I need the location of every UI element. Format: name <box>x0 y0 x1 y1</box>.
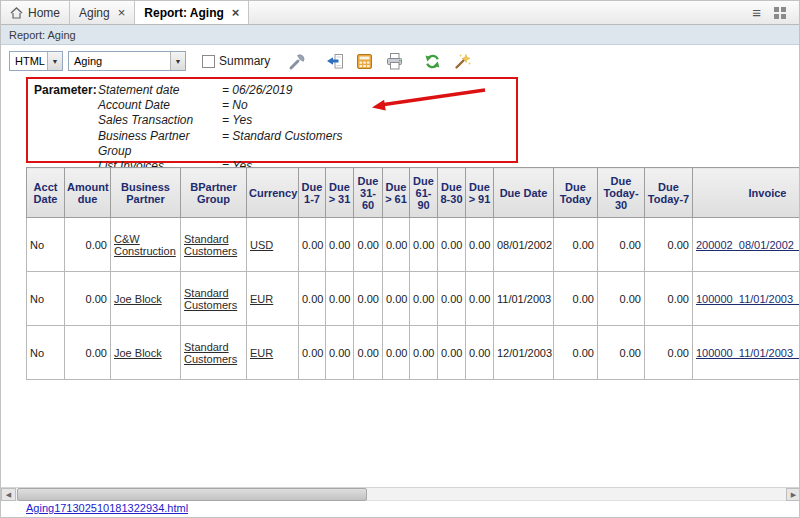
column-header-due_8_30: Due 8-30 <box>438 168 466 218</box>
column-header-due_1_7: Due 1-7 <box>299 168 326 218</box>
cell-due_gt_61: 0.00 <box>383 326 410 380</box>
scroll-right-arrow-icon[interactable]: ▶ <box>786 488 800 501</box>
parameter-title: Parameter: <box>34 83 98 98</box>
cell-due_date: 08/01/2002 <box>494 218 554 272</box>
cell-due_gt_31: 0.00 <box>326 218 354 272</box>
parameter-name: Statement date <box>98 83 222 98</box>
currency-link[interactable]: USD <box>250 239 273 251</box>
column-header-invoice: Invoice <box>693 168 800 218</box>
invoice-link[interactable]: 200002_08/01/2002_161 <box>696 239 800 251</box>
summary-checkbox[interactable] <box>202 55 215 68</box>
refresh-icon <box>423 52 442 71</box>
bpartner_group-link[interactable]: Standard Customers <box>184 287 237 311</box>
column-header-due_gt_61: Due > 61 <box>383 168 410 218</box>
print-button[interactable] <box>382 50 406 72</box>
cell-acct_date: No <box>27 326 65 380</box>
tab-label: Aging <box>79 6 110 20</box>
cell-currency: EUR <box>247 272 299 326</box>
cell-bpartner_group: Standard Customers <box>181 218 247 272</box>
cell-due_gt_61: 0.00 <box>383 272 410 326</box>
tab-bar: Home Aging × Report: Aging × ≡ <box>1 1 799 25</box>
column-header-bpartner_group: BPartner Group <box>181 168 247 218</box>
horizontal-scrollbar[interactable]: ◀ ▶ <box>1 487 800 501</box>
menu-icon[interactable]: ≡ <box>752 5 761 20</box>
column-header-currency: Currency <box>247 168 299 218</box>
desktop-grid-icon[interactable] <box>773 6 787 20</box>
wizard-button[interactable] <box>450 50 474 72</box>
invoice-link[interactable]: 100000_11/01/2003_228 <box>696 293 800 305</box>
cell-due_today_30: 0.00 <box>598 326 645 380</box>
parameter-box: Parameter: Statement date = 06/26/2019 A… <box>26 77 518 163</box>
cell-due_date: 11/01/2003 <box>494 272 554 326</box>
parameter-name: Sales Transaction <box>98 113 222 128</box>
parameter-row: Business Partner Group = Standard Custom… <box>34 129 516 159</box>
cell-due_today_7: 0.00 <box>645 272 693 326</box>
chevron-down-icon: ▼ <box>47 52 62 70</box>
close-icon[interactable]: × <box>118 6 126 19</box>
cell-acct_date: No <box>27 218 65 272</box>
column-header-due_today_7: Due Today-7 <box>645 168 693 218</box>
report-file-link[interactable]: Aging171302510181322934.html <box>26 502 188 514</box>
tab-aging[interactable]: Aging × <box>70 1 135 24</box>
format-select[interactable]: HTML ▼ <box>9 51 63 71</box>
refresh-button[interactable] <box>420 50 444 72</box>
parameter-name: Business Partner Group <box>98 129 222 159</box>
column-header-due_gt_91: Due > 91 <box>466 168 494 218</box>
column-header-due_today: Due Today <box>554 168 598 218</box>
cell-due_gt_91: 0.00 <box>466 272 494 326</box>
cell-invoice: 200002_08/01/2002_161 <box>693 218 800 272</box>
scroll-left-arrow-icon[interactable]: ◀ <box>1 488 16 501</box>
parameter-row: Sales Transaction = Yes <box>34 113 516 128</box>
export-button[interactable] <box>322 50 346 72</box>
report-table-container: Acct DateAmount dueBusiness PartnerBPart… <box>26 167 800 380</box>
cell-amount_due: 0.00 <box>65 218 111 272</box>
currency-link[interactable]: EUR <box>250 347 273 359</box>
invoice-link[interactable]: 100000_11/01/2003_228 <box>696 347 800 359</box>
close-icon[interactable]: × <box>232 6 240 19</box>
archive-icon <box>355 52 374 71</box>
cell-amount_due: 0.00 <box>65 326 111 380</box>
print-icon <box>385 52 404 71</box>
parameter-value: = Yes <box>222 113 252 128</box>
currency-link[interactable]: EUR <box>250 293 273 305</box>
aging-report-table: Acct DateAmount dueBusiness PartnerBPart… <box>26 167 800 380</box>
cell-due_31_60: 0.00 <box>354 272 383 326</box>
business_partner-link[interactable]: C&W Construction <box>114 233 176 257</box>
cell-due_61_90: 0.00 <box>410 218 438 272</box>
column-header-due_gt_31: Due > 31 <box>326 168 354 218</box>
summary-label: Summary <box>219 54 270 68</box>
cell-due_8_30: 0.00 <box>438 272 466 326</box>
cell-business_partner: Joe Block <box>111 272 181 326</box>
cell-business_partner: Joe Block <box>111 326 181 380</box>
cell-due_gt_61: 0.00 <box>383 218 410 272</box>
cell-due_gt_91: 0.00 <box>466 218 494 272</box>
parameter-value: = 06/26/2019 <box>222 83 292 98</box>
cell-due_1_7: 0.00 <box>299 272 326 326</box>
report-select[interactable]: Aging ▼ <box>68 51 186 71</box>
parameter-value: = No <box>222 98 248 113</box>
bpartner_group-link[interactable]: Standard Customers <box>184 233 237 257</box>
tab-report-aging[interactable]: Report: Aging × <box>135 1 249 24</box>
bpartner_group-link[interactable]: Standard Customers <box>184 341 237 365</box>
business_partner-link[interactable]: Joe Block <box>114 293 162 305</box>
scrollbar-thumb[interactable] <box>17 488 367 501</box>
archive-button[interactable] <box>352 50 376 72</box>
cell-due_8_30: 0.00 <box>438 326 466 380</box>
cell-due_gt_31: 0.00 <box>326 326 354 380</box>
cell-currency: EUR <box>247 326 299 380</box>
business_partner-link[interactable]: Joe Block <box>114 347 162 359</box>
column-header-due_31_60: Due 31-60 <box>354 168 383 218</box>
cell-due_today_7: 0.00 <box>645 218 693 272</box>
app-window: Home Aging × Report: Aging × ≡ Report: A… <box>0 0 800 518</box>
toolbar-icons <box>284 50 480 72</box>
customize-button[interactable] <box>284 50 308 72</box>
export-icon <box>325 52 344 71</box>
tab-home[interactable]: Home <box>1 1 70 24</box>
cell-due_31_60: 0.00 <box>354 218 383 272</box>
column-header-acct_date: Acct Date <box>27 168 65 218</box>
cell-bpartner_group: Standard Customers <box>181 326 247 380</box>
tabbar-actions: ≡ <box>752 1 799 24</box>
customize-icon <box>287 52 306 71</box>
summary-toggle: Summary <box>202 54 270 68</box>
parameter-row: Account Date = No <box>34 98 516 113</box>
